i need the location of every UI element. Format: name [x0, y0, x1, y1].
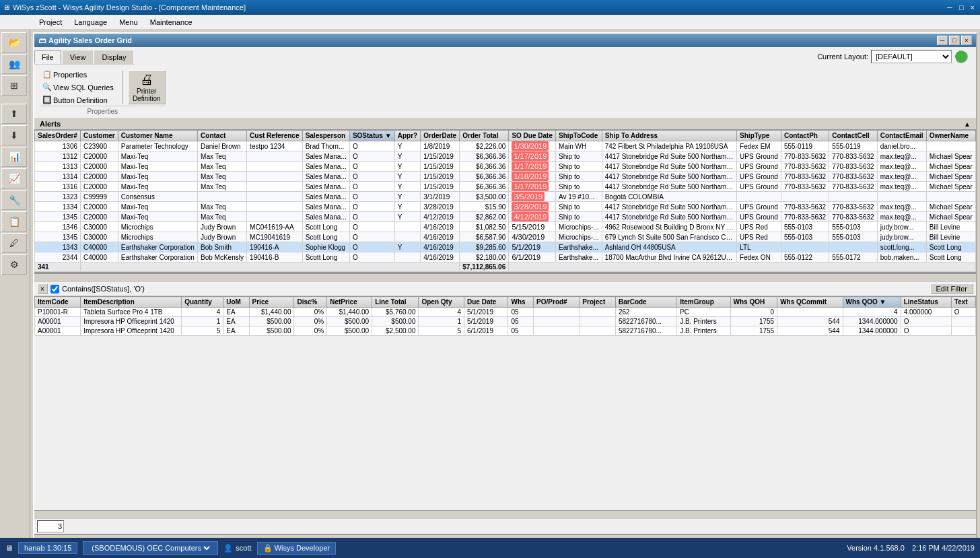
upper-grid-row[interactable]: 2344 C40000 Earthshaker Corporation Bob … [35, 252, 976, 263]
sidebar-nav-5[interactable]: 🔧 [1, 190, 27, 210]
col-owner[interactable]: OwnerName [926, 131, 975, 141]
col-order-total[interactable]: Order Total [460, 131, 509, 141]
sidebar-nav-2[interactable]: ⬇ [1, 125, 27, 145]
sidebar-nav-1[interactable]: ⬆ [1, 104, 27, 124]
sidebar-expand-button[interactable]: ⊞ [1, 75, 27, 96]
col-quantity[interactable]: Quantity [182, 297, 223, 308]
sidebar-nav-6[interactable]: 📋 [1, 211, 27, 232]
upper-grid-row[interactable]: 1314 C20000 Maxi-Teq Max Teq Sales Mana.… [35, 172, 976, 182]
cell-contact-cell: 770-833-5632 [829, 202, 877, 212]
col-order-date[interactable]: OrderDate [421, 131, 460, 141]
col-whs-qcommit[interactable]: Whs QCommit [777, 297, 843, 308]
col-so-status[interactable]: SOStatus ▼ [349, 131, 394, 141]
edit-filter-button[interactable]: Edit Filter [930, 283, 973, 294]
sidebar-open-button[interactable]: 📂 [1, 32, 27, 53]
upper-grid-row[interactable]: 1312 C20000 Maxi-Teq Max Teq Sales Mana.… [35, 151, 976, 162]
col-barcode[interactable]: BarCode [615, 297, 676, 308]
menu-project[interactable]: Project [34, 17, 67, 28]
taskbar-user-item[interactable]: hanab 1:30:15 [18, 542, 77, 554]
menu-language[interactable]: Language [69, 17, 112, 28]
upper-grid-row[interactable]: 1343 C40000 Earthshaker Corporation Bob … [35, 242, 976, 252]
layout-select[interactable]: [DEFAULT] [871, 50, 952, 63]
minimize-app-button[interactable]: ─ [944, 3, 955, 12]
upper-grid-row[interactable]: 1345 C30000 Microchips Judy Brown MC1904… [35, 232, 976, 242]
col-disc[interactable]: Disc% [294, 297, 327, 308]
tab-file[interactable]: File [34, 50, 61, 64]
col-ship-addr[interactable]: Ship To Address [602, 131, 736, 141]
col-net-price[interactable]: NetPrice [327, 297, 372, 308]
restore-dialog-button[interactable]: □ [949, 36, 960, 45]
layout-refresh-button[interactable] [954, 50, 968, 63]
col-project[interactable]: Project [580, 297, 616, 308]
tab-display[interactable]: Display [94, 50, 133, 64]
upper-grid-row[interactable]: 1316 C20000 Maxi-Teq Max Teq Sales Mana.… [35, 182, 976, 192]
col-whs-qoh[interactable]: Whs QOH [730, 297, 777, 308]
upper-grid-row[interactable]: 1345 C20000 Maxi-Teq Max Teq Sales Mana.… [35, 212, 976, 222]
lower-grid-scrollbar[interactable] [34, 510, 976, 518]
col-po-prod[interactable]: PO/Prod# [534, 297, 580, 308]
tab-view[interactable]: View [63, 50, 94, 64]
restore-app-button[interactable]: □ [956, 3, 967, 12]
col-salesperson[interactable]: Salesperson [302, 131, 349, 141]
upper-grid-row[interactable]: 1313 C20000 Maxi-Teq Max Teq Sales Mana.… [35, 162, 976, 172]
menu-maintenance[interactable]: Maintenance [145, 17, 198, 28]
col-uom[interactable]: UoM [223, 297, 249, 308]
col-line-total[interactable]: Line Total [372, 297, 419, 308]
col-whs[interactable]: Whs [508, 297, 534, 308]
minimize-dialog-button[interactable]: ─ [937, 36, 948, 45]
close-dialog-button[interactable]: × [961, 36, 972, 45]
view-sql-button[interactable]: 🔍 View SQL Queries [40, 81, 116, 93]
upper-grid-row[interactable]: 1346 C30000 Microchips Judy Brown MC0416… [35, 222, 976, 232]
col-ship-type[interactable]: ShipType [737, 131, 781, 141]
col-item-code[interactable]: ItemCode [35, 297, 81, 308]
printer-definition-button[interactable]: 🖨 PrinterDefinition [128, 70, 166, 104]
col-so-due-date[interactable]: SO Due Date [509, 131, 556, 141]
col-customer[interactable]: Customer [81, 131, 118, 141]
upper-grid-row[interactable]: 1334 C20000 Maxi-Teq Max Teq Sales Mana.… [35, 202, 976, 212]
col-price[interactable]: Price [249, 297, 294, 308]
sidebar-nav-4[interactable]: 📈 [1, 168, 27, 188]
close-app-button[interactable]: × [968, 3, 977, 12]
button-def-button[interactable]: 🔲 Button Definition [40, 94, 116, 106]
properties-button[interactable]: 📋 Properties [40, 69, 116, 80]
lower-grid-row[interactable]: A00001 Impresora HP Officeprint 1420 5 E… [35, 326, 976, 336]
taskbar-wisys[interactable]: 🔒 Wisys Developer [257, 542, 337, 555]
taskbar-company-select[interactable]: (SBODEMOUS) OEC Computers [89, 543, 212, 553]
lower-grid-scroll[interactable]: ItemCode ItemDescription Quantity UoM Pr… [34, 296, 976, 510]
col-so-number[interactable]: SalesOrder# [35, 131, 81, 141]
col-open-qty[interactable]: Open Qty [419, 297, 464, 308]
cell-ship-addr: 4417 Stonebridge Rd Suite 500 Northampto… [602, 182, 736, 192]
sidebar-nav-3[interactable]: 📊 [1, 147, 27, 167]
lower-grid-row[interactable]: P10001-R Tableta Surface Pro 4 1TB 4 EA … [35, 308, 976, 317]
col-contact-email[interactable]: ContactEmail [877, 131, 926, 141]
upper-grid-row[interactable]: 1306 C23900 Parameter Technology Daniel … [35, 141, 976, 151]
col-cust-ref[interactable]: Cust Reference [247, 131, 303, 141]
collapse-alerts-button[interactable]: ▲ [964, 120, 971, 128]
col-whs-qoo[interactable]: Whs QOO ▼ [843, 297, 901, 308]
close-filter-button[interactable]: × [37, 283, 48, 294]
col-item-group[interactable]: ItemGroup [677, 297, 730, 308]
filter-enabled-checkbox[interactable] [50, 285, 59, 293]
col-contact-ph[interactable]: ContactPh [781, 131, 829, 141]
upper-grid-row[interactable]: 1323 C99999 Consensus Sales Mana... O Y … [35, 192, 976, 202]
properties-group-label: Properties [40, 106, 166, 115]
sidebar-nav-8[interactable]: ⚙ [1, 254, 27, 275]
menu-menu[interactable]: Menu [114, 17, 143, 28]
col-appr[interactable]: Appr? [394, 131, 421, 141]
col-contact-cell[interactable]: ContactCell [829, 131, 877, 141]
col-item-desc[interactable]: ItemDescription [81, 297, 182, 308]
col-ship-code[interactable]: ShipToCode [556, 131, 602, 141]
taskbar-company-item[interactable]: (SBODEMOUS) OEC Computers [83, 541, 218, 555]
lower-grid-count[interactable]: 3 [37, 520, 64, 532]
col-line-status[interactable]: LineStatus [901, 297, 951, 308]
sidebar-client-button[interactable]: 👥 [1, 54, 27, 74]
col-customer-name[interactable]: Customer Name [118, 131, 197, 141]
col-text[interactable]: Text [951, 297, 975, 308]
upper-grid-scrollbar[interactable] [34, 273, 976, 281]
sidebar-nav-7[interactable]: 🖊 [1, 233, 27, 253]
upper-grid-scroll[interactable]: SalesOrder# Customer Customer Name Conta… [34, 130, 976, 272]
lower-grid-row[interactable]: A00001 Impresora HP Officeprint 1420 1 E… [35, 317, 976, 326]
col-due-date[interactable]: Due Date [464, 297, 508, 308]
col-contact[interactable]: Contact [198, 131, 247, 141]
cell-contact: Max Teq [198, 202, 247, 212]
